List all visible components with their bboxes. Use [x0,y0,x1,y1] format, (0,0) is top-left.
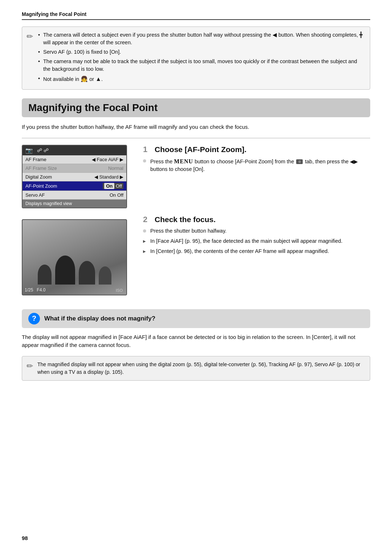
pencil-icon: ✏ [26,32,33,41]
note-bottom-text: The magnified display will not appear wh… [37,361,364,376]
step-2-image: 1/25 F4.0 ISO [22,215,134,295]
note-box-top: ✏ The camera will detect a subject even … [22,26,370,90]
question-icon: ? [28,313,40,324]
section-title: Magnifying the Focal Point [28,102,364,114]
camera-menu-header: 📷 ☍ ☍ [23,146,126,155]
menu-row-af-frame: AF Frame ◀ Face AiAF ▶ [23,155,126,164]
photo-mockup: 1/25 F4.0 ISO [22,219,127,295]
step-2-row: 1/25 F4.0 ISO 2 Check the focus. Press t… [22,215,370,295]
menu-footer: Displays magnified view [23,200,126,208]
photo-overlay-info: 1/25 F4.0 [25,287,45,293]
camera-tab-icon [296,159,303,164]
page-number: 98 [22,535,28,541]
kids-icon: 👧 [81,76,88,82]
note-item-2: Servo AF (p. 100) is fixed to [On]. [37,48,364,56]
question-title: What if the display does not magnify? [44,315,155,322]
camera-menu: 📷 ☍ ☍ AF Frame ◀ Face AiAF ▶ AF Frame Si… [22,145,127,208]
step-1-image: 📷 ☍ ☍ AF Frame ◀ Face AiAF ▶ AF Frame Si… [22,145,134,208]
divider [22,138,370,138]
person-3 [79,261,95,285]
lr-arrow: ◀▶ [350,159,358,164]
note-item-3: The camera may not be able to track the … [37,58,364,73]
question-box: ? What if the display does not magnify? [22,309,370,328]
note-item-1: The camera will detect a subject even if… [37,31,364,46]
photo-people [23,255,126,285]
intro-paragraph: If you press the shutter button halfway,… [22,123,370,131]
header-title: Magnifying the Focal Point [22,11,86,17]
menu-header-icons: ☍ ☍ [37,147,49,153]
note-item-4: Not available in 👧 or ▲. [37,75,364,83]
pencil-icon-2: ✏ [26,361,33,371]
menu-row-digital-zoom: Digital Zoom ◀ Standard ▶ [23,173,126,181]
step-2-header: 2 Check the focus. [143,215,370,224]
step-1-bullets: Press the MENU button to choose [AF-Poin… [143,157,370,173]
step-1-title: Choose [AF-Point Zoom]. [155,145,246,154]
step-2-number: 2 [143,215,151,224]
step-2-bullet-1: Press the shutter button halfway. [143,227,370,235]
step-1-bullet-1: Press the MENU button to choose [AF-Poin… [143,157,370,173]
top-header: Magnifying the Focal Point [22,11,370,20]
answer-paragraph: The display will not appear magnified in… [22,333,370,349]
step-1-content: 1 Choose [AF-Point Zoom]. Press the MENU… [143,145,370,176]
step-2-title: Check the focus. [155,215,216,224]
menu-row-af-frame-size: AF Frame Size Normal [23,164,126,173]
step-2-content: 2 Check the focus. Press the shutter but… [143,215,370,258]
step-2-bullet-2: In [Face AiAF] (p. 95), the face detecte… [143,237,370,245]
camera-symbol: 📷 [25,147,33,154]
aperture-value: F4.0 [37,287,45,293]
shutter-value: 1/25 [25,287,33,293]
section-title-box: Magnifying the Focal Point [22,98,370,117]
person-1 [38,265,52,285]
step-1-header: 1 Choose [AF-Point Zoom]. [143,145,370,154]
note-box-bottom: ✏ The magnified display will not appear … [22,356,370,381]
person-4 [99,266,111,285]
menu-row-servo-af: Servo AF On Off [23,191,126,200]
note-content-top: The camera will detect a subject even if… [37,31,364,85]
step-1-number: 1 [143,145,151,154]
person-2 [55,255,75,285]
menu-text: MENU [174,158,193,164]
menu-row-af-point-zoom: AF-Point Zoom On Off [23,181,126,191]
iso-label: ISO [116,288,123,293]
step-1-row: 📷 ☍ ☍ AF Frame ◀ Face AiAF ▶ AF Frame Si… [22,145,370,208]
step-2-bullets: Press the shutter button halfway. In [Fa… [143,227,370,255]
mountain-icon: ▲ [95,76,101,82]
steps-container: 📷 ☍ ☍ AF Frame ◀ Face AiAF ▶ AF Frame Si… [22,145,370,302]
step-2-bullet-3: In [Center] (p. 96), the contents of the… [143,248,370,255]
